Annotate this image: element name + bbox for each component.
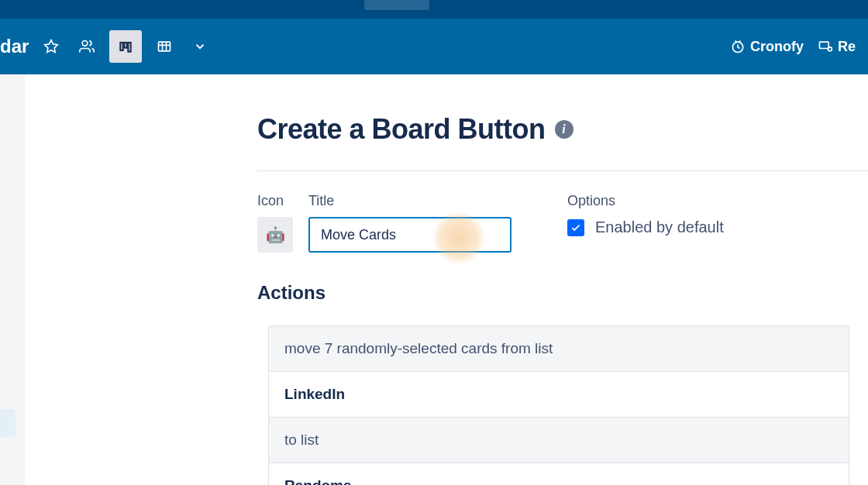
- board-icon: [118, 39, 133, 54]
- svg-line-10: [735, 41, 737, 43]
- svg-rect-4: [129, 43, 131, 52]
- svg-marker-0: [45, 40, 58, 53]
- enabled-checkbox[interactable]: [567, 219, 584, 236]
- action-text-1: move 7 randomly-selected cards from list: [268, 325, 849, 372]
- icon-title-group: Icon 🤖 Title: [257, 193, 512, 253]
- powerup-label: Re: [838, 39, 856, 55]
- left-sidebar: [0, 74, 25, 485]
- info-icon[interactable]: i: [555, 120, 574, 139]
- svg-rect-12: [819, 42, 828, 48]
- title-label: Title: [308, 193, 512, 209]
- icon-label: Icon: [257, 193, 293, 209]
- options-group: Options Enabled by default: [567, 193, 724, 253]
- powerup-label: Cronofy: [750, 39, 804, 55]
- people-icon: [79, 39, 95, 54]
- action-to-list[interactable]: Randoms: [268, 463, 849, 485]
- icon-picker[interactable]: 🤖: [257, 217, 293, 253]
- board-view-button[interactable]: [109, 30, 142, 63]
- svg-point-1: [83, 41, 88, 46]
- svg-rect-2: [121, 43, 123, 50]
- enabled-checkbox-row: Enabled by default: [567, 218, 724, 236]
- header-right: Cronofy Re: [730, 39, 856, 55]
- board-header: dar: [0, 19, 868, 74]
- powerup-cronofy[interactable]: Cronofy: [730, 39, 804, 55]
- device-icon: [818, 39, 833, 54]
- action-block: move 7 randomly-selected cards from list…: [268, 325, 849, 485]
- star-icon: [43, 39, 59, 54]
- page-title-row: Create a Board Button i: [257, 113, 868, 146]
- top-banner: [0, 0, 868, 19]
- enabled-label: Enabled by default: [595, 218, 724, 236]
- powerup-generic[interactable]: Re: [818, 39, 856, 55]
- svg-line-11: [739, 41, 741, 43]
- content-area: Create a Board Button i Icon 🤖 Title Opt…: [0, 74, 868, 485]
- title-group: Title: [308, 193, 512, 253]
- robot-icon: 🤖: [266, 225, 285, 244]
- members-button[interactable]: [74, 33, 100, 60]
- form-row: Icon 🤖 Title Options Enabled by default: [257, 193, 868, 253]
- main-panel: Create a Board Button i Icon 🤖 Title Opt…: [25, 74, 868, 485]
- clock-icon: [730, 39, 746, 54]
- board-name[interactable]: dar: [0, 36, 29, 57]
- action-text-2: to list: [268, 418, 849, 463]
- svg-rect-3: [125, 43, 127, 48]
- table-icon: [157, 39, 172, 54]
- divider: [257, 170, 868, 171]
- svg-rect-5: [159, 42, 170, 51]
- chevron-down-icon: [193, 40, 207, 53]
- icon-group: Icon 🤖: [257, 193, 293, 253]
- top-banner-highlight: [364, 0, 429, 10]
- svg-point-13: [828, 47, 832, 51]
- title-input[interactable]: [308, 217, 512, 253]
- actions-heading: Actions: [257, 282, 868, 304]
- table-view-button[interactable]: [151, 33, 177, 60]
- check-icon: [570, 222, 581, 233]
- options-label: Options: [567, 193, 724, 209]
- sidebar-expand-tab[interactable]: [0, 409, 16, 437]
- page-title: Create a Board Button: [257, 113, 546, 146]
- star-button[interactable]: [38, 33, 64, 60]
- header-left: dar: [12, 30, 213, 63]
- view-switcher-button[interactable]: [187, 33, 213, 60]
- action-from-list[interactable]: LinkedIn: [268, 372, 849, 418]
